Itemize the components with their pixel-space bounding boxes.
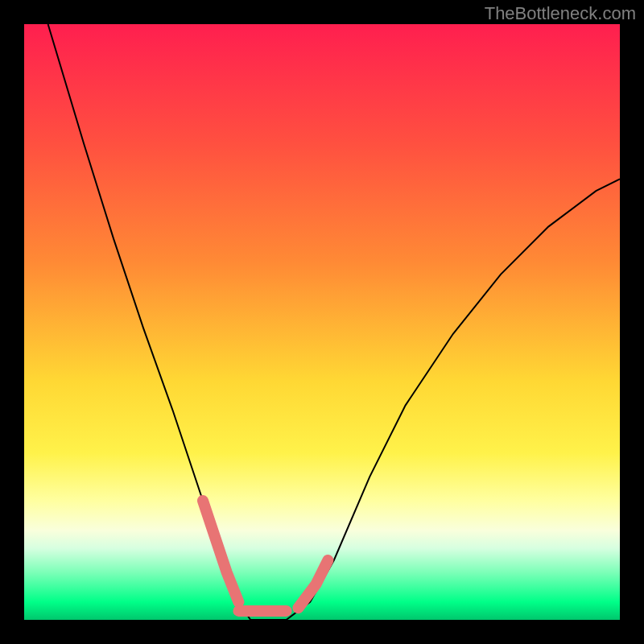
- watermark-text: TheBottleneck.com: [485, 3, 636, 24]
- curve-layer: [24, 24, 620, 620]
- bottleneck-curve: [48, 24, 620, 620]
- plot-area: [24, 24, 620, 620]
- highlight-left: [203, 501, 238, 602]
- highlight-right: [298, 560, 328, 608]
- chart-frame: TheBottleneck.com: [0, 0, 644, 644]
